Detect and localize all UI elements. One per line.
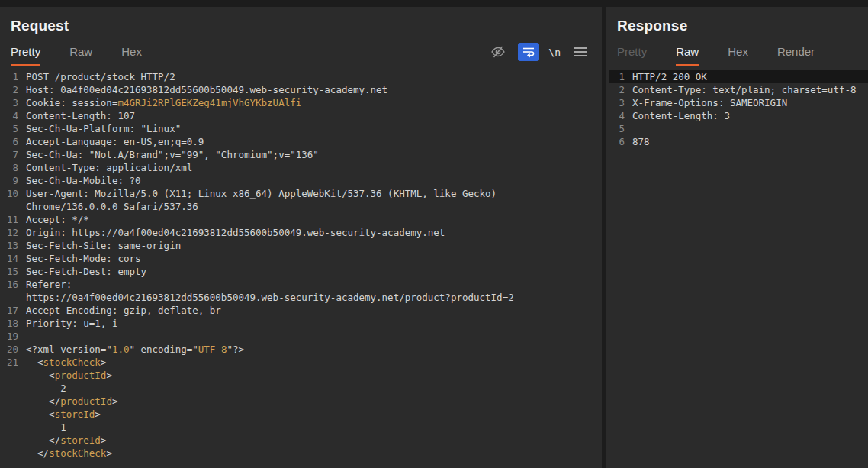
code-line[interactable]: 1 bbox=[3, 421, 602, 434]
line-number: 5 bbox=[609, 122, 625, 135]
line-text: Chrome/136.0.0.0 Safari/537.36 bbox=[18, 200, 602, 213]
line-number: 5 bbox=[3, 122, 18, 135]
line-number: 1 bbox=[609, 70, 625, 83]
line-text: <stockCheck> bbox=[18, 356, 602, 369]
code-line[interactable]: 4Content-Length: 3 bbox=[609, 109, 868, 122]
code-line[interactable]: 4Content-Length: 107 bbox=[3, 109, 602, 122]
tab-raw[interactable]: Raw bbox=[69, 45, 92, 66]
code-line[interactable]: 7Sec-Ch-Ua: "Not.A/Brand";v="99", "Chrom… bbox=[3, 148, 602, 161]
code-line[interactable]: </stockCheck> bbox=[3, 447, 602, 460]
newline-icon[interactable]: \n bbox=[548, 47, 561, 58]
code-line[interactable]: 2Host: 0a4f00ed04c21693812dd55600b50049.… bbox=[3, 83, 602, 96]
line-number bbox=[3, 421, 18, 434]
code-line[interactable]: 5Sec-Ch-Ua-Platform: "Linux" bbox=[3, 122, 602, 135]
line-text: </stockCheck> bbox=[18, 447, 602, 460]
code-line[interactable]: 16Referer: bbox=[3, 278, 602, 291]
line-text: Cookie: session=m4GRJi2RPlGEKZeg41mjVhGY… bbox=[18, 96, 602, 109]
code-line[interactable]: 12Origin: https://0a4f00ed04c21693812dd5… bbox=[3, 226, 602, 239]
code-line[interactable]: 13Sec-Fetch-Site: same-origin bbox=[3, 239, 602, 252]
line-number: 21 bbox=[3, 356, 18, 369]
code-line[interactable]: <storeId> bbox=[3, 408, 602, 421]
line-number bbox=[3, 382, 18, 395]
tab-hex[interactable]: Hex bbox=[728, 45, 748, 66]
line-text: </productId> bbox=[18, 395, 602, 408]
request-toolbar: \n bbox=[487, 43, 591, 66]
line-text: Origin: https://0a4f00ed04c21693812dd556… bbox=[18, 226, 602, 239]
request-tabbar: PrettyRawHex \ bbox=[0, 44, 602, 66]
code-line[interactable]: 18Priority: u=1, i bbox=[3, 317, 602, 330]
code-line[interactable]: 8Content-Type: application/xml bbox=[3, 161, 602, 174]
code-line[interactable]: 19 bbox=[3, 330, 602, 343]
tab-raw[interactable]: Raw bbox=[676, 45, 699, 66]
code-line[interactable]: 2 bbox=[3, 382, 602, 395]
line-number bbox=[3, 408, 18, 421]
line-text: Sec-Ch-Ua-Platform: "Linux" bbox=[18, 122, 602, 135]
code-line[interactable]: https://0a4f00ed04c21693812dd55600b50049… bbox=[3, 291, 602, 304]
line-number: 20 bbox=[3, 343, 18, 356]
response-editor[interactable]: 1HTTP/2 200 OK2Content-Type: text/plain;… bbox=[606, 66, 868, 468]
code-line[interactable]: 5 bbox=[609, 122, 868, 135]
response-tabbar: PrettyRawHexRender bbox=[606, 44, 868, 66]
code-line[interactable]: 11Accept: */* bbox=[3, 213, 602, 226]
line-text: 878 bbox=[625, 135, 868, 148]
line-number: 18 bbox=[3, 317, 18, 330]
code-line[interactable]: 20<?xml version="1.0" encoding="UTF-8"?> bbox=[3, 343, 602, 356]
line-number: 8 bbox=[3, 161, 18, 174]
line-number: 10 bbox=[3, 187, 18, 200]
line-number: 13 bbox=[3, 239, 18, 252]
line-number: 3 bbox=[609, 96, 625, 109]
line-text: Content-Length: 3 bbox=[625, 109, 868, 122]
line-number: 16 bbox=[3, 278, 18, 291]
line-text: Accept: */* bbox=[18, 213, 602, 226]
code-line[interactable]: 1HTTP/2 200 OK bbox=[609, 70, 868, 83]
code-line[interactable]: 9Sec-Ch-Ua-Mobile: ?0 bbox=[3, 174, 602, 187]
line-number: 9 bbox=[3, 174, 18, 187]
request-panel: Request PrettyRawHex bbox=[0, 7, 602, 468]
code-line[interactable]: <productId> bbox=[3, 369, 602, 382]
code-line[interactable]: 6878 bbox=[609, 135, 868, 148]
line-text: Sec-Ch-Ua: "Not.A/Brand";v="99", "Chromi… bbox=[18, 148, 602, 161]
menu-icon[interactable] bbox=[570, 43, 591, 61]
code-line[interactable]: 6Accept-Language: en-US,en;q=0.9 bbox=[3, 135, 602, 148]
line-text: Sec-Fetch-Dest: empty bbox=[18, 265, 602, 278]
code-line[interactable]: Chrome/136.0.0.0 Safari/537.36 bbox=[3, 200, 602, 213]
line-text: Sec-Fetch-Site: same-origin bbox=[18, 239, 602, 252]
code-line[interactable]: 3Cookie: session=m4GRJi2RPlGEKZeg41mjVhG… bbox=[3, 96, 602, 109]
line-number: 2 bbox=[3, 83, 18, 96]
line-number bbox=[3, 434, 18, 447]
line-number bbox=[3, 395, 18, 408]
code-line[interactable]: </storeId> bbox=[3, 434, 602, 447]
visibility-toggle-icon[interactable] bbox=[487, 43, 509, 61]
code-line[interactable]: 14Sec-Fetch-Mode: cors bbox=[3, 252, 602, 265]
line-number: 15 bbox=[3, 265, 18, 278]
code-line[interactable]: 10User-Agent: Mozilla/5.0 (X11; Linux x8… bbox=[3, 187, 602, 200]
response-title: Response bbox=[606, 7, 868, 44]
tab-pretty[interactable]: Pretty bbox=[11, 45, 40, 66]
request-tabs: PrettyRawHex bbox=[11, 45, 142, 66]
line-number bbox=[3, 200, 18, 213]
line-number: 2 bbox=[609, 83, 625, 96]
tab-render[interactable]: Render bbox=[777, 45, 815, 66]
line-number: 6 bbox=[3, 135, 18, 148]
code-line[interactable]: 2Content-Type: text/plain; charset=utf-8 bbox=[609, 83, 868, 96]
code-line[interactable]: 17Accept-Encoding: gzip, deflate, br bbox=[3, 304, 602, 317]
line-text: POST /product/stock HTTP/2 bbox=[18, 70, 602, 83]
code-line[interactable]: 15Sec-Fetch-Dest: empty bbox=[3, 265, 602, 278]
line-number: 11 bbox=[3, 213, 18, 226]
tab-pretty[interactable]: Pretty bbox=[617, 45, 647, 66]
tab-hex[interactable]: Hex bbox=[121, 45, 142, 66]
line-number: 4 bbox=[609, 109, 625, 122]
request-editor[interactable]: 1POST /product/stock HTTP/22Host: 0a4f00… bbox=[0, 66, 602, 468]
code-line[interactable]: 3X-Frame-Options: SAMEORIGIN bbox=[609, 96, 868, 109]
line-text: Sec-Ch-Ua-Mobile: ?0 bbox=[18, 174, 602, 187]
line-number: 7 bbox=[3, 148, 18, 161]
code-line[interactable]: </productId> bbox=[3, 395, 602, 408]
code-line[interactable]: 21 <stockCheck> bbox=[3, 356, 602, 369]
soft-wrap-icon[interactable] bbox=[518, 43, 539, 61]
line-text bbox=[625, 122, 868, 135]
line-number bbox=[3, 447, 18, 460]
line-text: Content-Length: 107 bbox=[18, 109, 602, 122]
line-text: <storeId> bbox=[18, 408, 602, 421]
response-panel: Response PrettyRawHexRender 1HTTP/2 200 … bbox=[606, 7, 868, 468]
code-line[interactable]: 1POST /product/stock HTTP/2 bbox=[3, 70, 602, 83]
